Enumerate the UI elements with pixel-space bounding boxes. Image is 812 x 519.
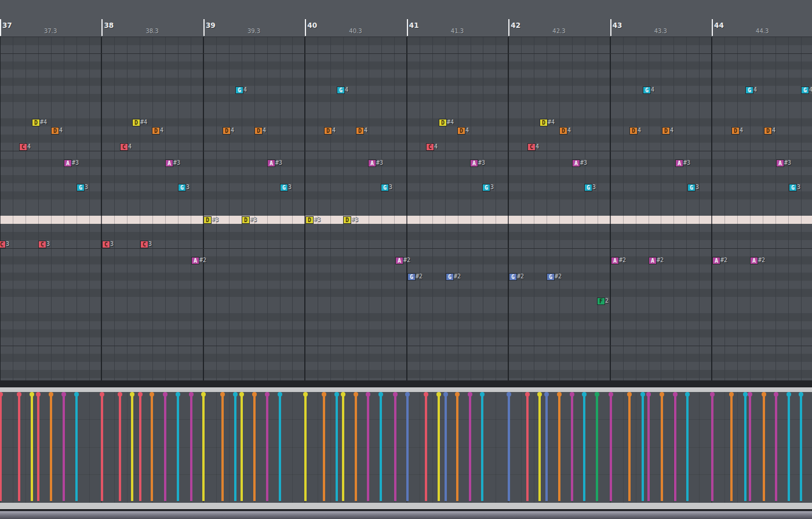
velocity-stem-G4[interactable] [744,394,747,501]
velocity-stem-handle[interactable] [786,392,791,397]
note-As3[interactable]: A [64,159,72,167]
note-Gs2[interactable]: G [509,273,517,281]
note-Ds3[interactable]: D [305,216,314,224]
velocity-stem-As3[interactable] [469,394,471,501]
velocity-stem-handle[interactable] [36,392,41,397]
velocity-stem-D4[interactable] [628,394,631,501]
note-F2[interactable]: F [597,297,605,305]
velocity-stem-handle[interactable] [201,392,206,397]
velocity-stem-Gs2[interactable] [545,394,548,501]
velocity-stem-handle[interactable] [455,392,460,397]
note-G3[interactable]: G [482,184,490,191]
note-C4[interactable]: C [19,143,27,151]
velocity-stem-As3[interactable] [164,394,166,501]
velocity-stem-handle[interactable] [74,392,79,397]
velocity-stem-As3[interactable] [63,394,65,501]
note-G3[interactable]: G [687,184,696,191]
note-Ds3[interactable]: D [343,216,351,224]
velocity-stem-C4[interactable] [18,394,20,501]
note-As2[interactable]: A [649,257,657,264]
velocity-stem-handle[interactable] [354,392,358,397]
note-D4[interactable]: D [731,127,740,135]
velocity-stem-handle[interactable] [233,392,238,397]
velocity-stem-handle[interactable] [544,392,549,397]
velocity-stem-handle[interactable] [436,392,441,397]
velocity-stem-D4[interactable] [253,394,256,501]
note-As3[interactable]: A [368,159,376,167]
note-As3[interactable]: A [267,159,275,167]
velocity-stem-G3[interactable] [75,394,78,501]
note-G4[interactable]: G [235,86,243,94]
note-D4[interactable]: D [629,127,638,135]
velocity-stem-handle[interactable] [673,392,678,397]
velocity-stem-As3[interactable] [367,394,369,501]
velocity-stem-G3[interactable] [279,394,281,501]
note-D4[interactable]: D [324,127,332,135]
velocity-stem-As3[interactable] [571,394,573,501]
velocity-stem-As2[interactable] [394,394,396,501]
velocity-stem-handle[interactable] [660,392,664,397]
velocity-stem-handle[interactable] [176,392,180,397]
note-C3[interactable]: C [38,241,46,248]
velocity-stem-handle[interactable] [118,392,122,397]
velocity-stem-handle[interactable] [0,392,3,397]
note-Ds3[interactable]: D [203,216,212,224]
note-As2[interactable]: A [611,257,619,264]
velocity-stem-As3[interactable] [674,394,676,501]
velocity-stem-handle[interactable] [582,392,587,397]
velocity-stem-D4[interactable] [221,394,224,501]
velocity-stem-Ds4[interactable] [538,394,541,501]
velocity-stem-C4[interactable] [526,394,529,501]
velocity-stem-handle[interactable] [762,392,766,397]
note-D4[interactable]: D [254,127,263,135]
velocity-stem-C3[interactable] [101,394,103,501]
velocity-stem-Ds3[interactable] [202,394,205,501]
note-G4[interactable]: G [801,86,809,94]
note-C4[interactable]: C [527,143,536,151]
velocity-stem-As2[interactable] [647,394,650,501]
note-C4[interactable]: C [426,143,434,151]
velocity-stem-handle[interactable] [138,392,143,397]
velocity-stem-C4[interactable] [119,394,121,501]
velocity-stem-Ds3[interactable] [241,394,243,501]
note-D4[interactable]: D [764,127,772,135]
velocity-stem-handle[interactable] [341,392,345,397]
velocity-stem-handle[interactable] [774,392,778,397]
note-Ds4[interactable]: D [132,119,140,126]
velocity-stem-As2[interactable] [190,394,192,501]
velocity-stem-handle[interactable] [480,392,485,397]
velocity-stem-C3[interactable] [0,394,2,501]
velocity-stem-As3[interactable] [775,394,777,501]
velocity-stem-handle[interactable] [278,392,282,397]
note-D4[interactable]: D [457,127,465,135]
velocity-stem-C3[interactable] [37,394,39,501]
note-D4[interactable]: D [51,127,59,135]
velocity-stem-handle[interactable] [595,392,599,397]
velocity-stem-D4[interactable] [763,394,765,501]
velocity-stem-handle[interactable] [507,392,511,397]
velocity-stem-handle[interactable] [685,392,690,397]
velocity-stem-handle[interactable] [525,392,530,397]
velocity-lane[interactable] [0,392,812,503]
note-G4[interactable]: G [745,86,753,94]
velocity-stem-handle[interactable] [303,392,308,397]
velocity-stem-Ds3[interactable] [304,394,307,501]
note-As2[interactable]: A [191,257,199,264]
note-G4[interactable]: G [643,86,651,94]
velocity-stem-handle[interactable] [130,392,134,397]
velocity-stem-handle[interactable] [334,392,339,397]
note-Ds4[interactable]: D [540,119,548,126]
note-C3[interactable]: C [140,241,148,248]
note-G3[interactable]: G [381,184,389,191]
velocity-stem-D4[interactable] [661,394,663,501]
note-G3[interactable]: G [584,184,592,191]
velocity-stem-handle[interactable] [163,392,168,397]
note-As3[interactable]: A [165,159,173,167]
velocity-stem-D4[interactable] [355,394,357,501]
note-C3[interactable]: C [0,241,6,248]
velocity-stem-handle[interactable] [378,392,383,397]
scrollbar-thumb[interactable] [0,511,812,519]
velocity-stem-G3[interactable] [481,394,483,501]
velocity-stem-Ds4[interactable] [438,394,440,501]
velocity-stem-handle[interactable] [17,392,21,397]
